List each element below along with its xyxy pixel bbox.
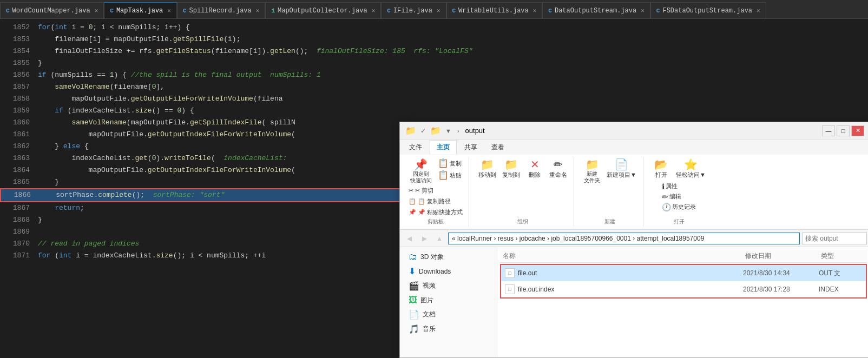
- file-row-fileout[interactable]: □ file.out 2021/8/30 14:34 OUT 文: [501, 265, 866, 281]
- ribbon-easyaccess-button[interactable]: ⭐ 轻松访问▼: [674, 158, 708, 180]
- file-type-fileout: OUT 文: [819, 269, 862, 278]
- tab-close7[interactable]: ✕: [641, 7, 645, 14]
- col-date-header[interactable]: 修改日期: [745, 251, 821, 261]
- explorer-main: 🗂 3D 对象 ⬇ Downloads 🎬 视频 🖼 图片 📄 文档 🎵: [400, 247, 868, 357]
- edit-label: 编辑: [669, 193, 681, 201]
- clipboard-label: 剪贴板: [428, 218, 444, 226]
- nav-item-images[interactable]: 🖼 图片: [400, 293, 497, 307]
- tab-close4[interactable]: ✕: [372, 7, 376, 14]
- ribbon-moveto-button[interactable]: 📁 移动到: [476, 158, 498, 180]
- copy-label: 复制: [450, 160, 462, 168]
- up-button[interactable]: ▲: [433, 233, 446, 244]
- col-name-header[interactable]: 名称: [503, 251, 745, 261]
- explorer-title-name: output: [465, 127, 485, 135]
- ribbon-paste-shortcut-button[interactable]: 📌 📌 粘贴快捷方式: [407, 208, 464, 217]
- ribbon-copy-path-button[interactable]: 📋 📋 复制路径: [407, 197, 452, 206]
- tab-close8[interactable]: ✕: [757, 7, 760, 14]
- code-line-1857: 1857 sameVolRename(filename[0],: [0, 81, 868, 93]
- forward-button[interactable]: ▶: [418, 233, 431, 244]
- nav-item-docs[interactable]: 📄 文档: [400, 307, 497, 322]
- ribbon-copyto-button[interactable]: 📁 复制到: [500, 158, 522, 180]
- file-date-fileout: 2021/8/30 14:34: [743, 269, 819, 277]
- file-icon-fileoutindex: □: [505, 284, 515, 294]
- address-bar: ◀ ▶ ▲ « localRunner › resus › jobcache ›…: [400, 230, 868, 247]
- tab-label: WritableUtils.java: [458, 7, 529, 15]
- ribbon-newfolder-button[interactable]: 📁 新建文件夹: [581, 158, 603, 185]
- nav-item-music-label: 音乐: [423, 324, 436, 334]
- ribbon-tab-share[interactable]: 共享: [458, 141, 484, 154]
- ribbon-edit-button[interactable]: ✏ 编辑: [660, 191, 698, 202]
- copyto-label: 复制到: [502, 171, 520, 179]
- paste-label: 粘贴: [450, 171, 462, 180]
- ribbon-tab-file[interactable]: 文件: [403, 141, 429, 154]
- address-path-bar[interactable]: « localRunner › resus › jobcache › job_l…: [448, 233, 800, 244]
- ribbon-paste-button[interactable]: 📋 粘贴: [436, 170, 464, 181]
- folder-icon2: 📁: [430, 125, 441, 136]
- properties-label: 属性: [666, 182, 678, 190]
- file-date-fileoutindex: 2021/8/30 17:28: [743, 286, 819, 293]
- tab-spillrecord[interactable]: C SpillRecord.java ✕: [177, 2, 265, 18]
- file-list-area: 名称 修改日期 类型 □ file.out 2021/8/30 14:34 OU…: [497, 247, 868, 357]
- ribbon-pin-button[interactable]: 📌 固定到快速访问: [408, 158, 434, 185]
- file-type-fileoutindex: INDEX: [819, 286, 862, 293]
- image-icon: 🖼: [409, 295, 417, 305]
- tab-maptask[interactable]: C MapTask.java ✕: [104, 2, 177, 18]
- tab-close5[interactable]: ✕: [437, 7, 440, 14]
- ribbon-clipboard-row: 📌 固定到快速访问 📋 复制 📋 粘贴: [408, 158, 464, 185]
- tab-label: MapOutputCollector.java: [278, 7, 367, 15]
- ribbon-open-button[interactable]: 📂 打开: [650, 158, 672, 180]
- tab-close3[interactable]: ✕: [256, 7, 260, 14]
- code-line-1854: 1854 finalOutFileSize += rfs.getFileStat…: [0, 45, 868, 57]
- back-button[interactable]: ◀: [403, 233, 416, 244]
- file-list-header: 名称 修改日期 类型: [500, 250, 867, 263]
- tab-dataoutputstream[interactable]: C DataOutputStream.java ✕: [542, 2, 650, 18]
- tab-mapoutputcollector[interactable]: i MapOutputCollector.java ✕: [265, 2, 381, 18]
- tab-writableutils[interactable]: C WritableUtils.java ✕: [446, 2, 543, 18]
- code-line-1855: 1855 }: [0, 57, 868, 69]
- ribbon-tab-view[interactable]: 查看: [485, 141, 511, 154]
- easyaccess-label: 轻松访问▼: [676, 171, 706, 179]
- search-input[interactable]: [802, 233, 867, 244]
- nav-item-music[interactable]: 🎵 音乐: [400, 322, 497, 336]
- tab-close[interactable]: ✕: [95, 7, 98, 14]
- doc-icon: 📄: [409, 309, 419, 320]
- tab-fsdataoutputstream[interactable]: C FSDataOutputStream.java ✕: [650, 2, 766, 18]
- nav-item-video[interactable]: 🎬 视频: [400, 279, 497, 293]
- ribbon-cut-button[interactable]: ✂ ✂ 剪切: [407, 186, 435, 195]
- ribbon-history-button[interactable]: 🕐 历史记录: [660, 202, 698, 212]
- ribbon-tab-home[interactable]: 主页: [430, 140, 457, 154]
- video-icon: 🎬: [409, 281, 419, 291]
- nav-item-downloads[interactable]: ⬇ Downloads: [400, 264, 497, 279]
- close-button[interactable]: ✕: [851, 125, 864, 136]
- maximize-button[interactable]: □: [837, 125, 850, 136]
- ribbon-delete-button[interactable]: ✕ 删除: [524, 158, 545, 180]
- open-group-label: 打开: [674, 218, 685, 226]
- title-check-icon: ✓: [420, 127, 426, 135]
- tab-wordcountmapper[interactable]: C WordCountMapper.java ✕: [0, 2, 104, 18]
- files-outlined-group: □ file.out 2021/8/30 14:34 OUT 文 □ file.…: [500, 264, 867, 299]
- code-line-1852: 1852 for(int i = 0; i < numSpills; i++) …: [0, 22, 868, 34]
- copy-path-label: 📋 复制路径: [418, 197, 451, 205]
- explorer-title-bar: 📁 ✓ 📁 ▼ › output — □ ✕: [400, 122, 868, 140]
- ribbon-copy-button[interactable]: 📋 复制: [436, 158, 464, 169]
- col-type-header[interactable]: 类型: [821, 251, 864, 261]
- tab-ifile[interactable]: C IFile.java ✕: [381, 2, 446, 18]
- tab-label: SpillRecord.java: [189, 7, 252, 15]
- ribbon-rename-button[interactable]: ✏ 重命名: [547, 158, 569, 180]
- tab-close2[interactable]: ✕: [167, 7, 171, 14]
- path-text: « localRunner › resus › jobcache › job_l…: [452, 235, 704, 242]
- ribbon: 文件 主页 共享 查看 📌 固定到快速访问 📋 复制: [400, 140, 868, 230]
- ribbon-newitem-button[interactable]: 📄 新建项目▼: [604, 158, 639, 185]
- tab-icon-c2: C: [110, 8, 114, 14]
- file-row-fileoutindex[interactable]: □ file.out.index 2021/8/30 17:28 INDEX: [501, 281, 866, 297]
- tab-close6[interactable]: ✕: [533, 7, 537, 14]
- folder-icon: 📁: [405, 125, 416, 136]
- nav-item-3d[interactable]: 🗂 3D 对象: [400, 250, 497, 264]
- ribbon-properties-button[interactable]: ℹ 属性: [660, 181, 698, 191]
- sidebar-nav: 🗂 3D 对象 ⬇ Downloads 🎬 视频 🖼 图片 📄 文档 🎵: [400, 247, 497, 357]
- file-icon-fileout: □: [505, 268, 515, 278]
- code-line-1858: 1858 mapOutputFile.getOutputFileForWrite…: [0, 93, 868, 105]
- tab-icon-c4: C: [387, 8, 391, 14]
- minimize-button[interactable]: —: [822, 125, 835, 136]
- ribbon-group-organize: 📁 移动到 📁 复制到 ✕ 删除 ✏ 重命名: [472, 157, 574, 227]
